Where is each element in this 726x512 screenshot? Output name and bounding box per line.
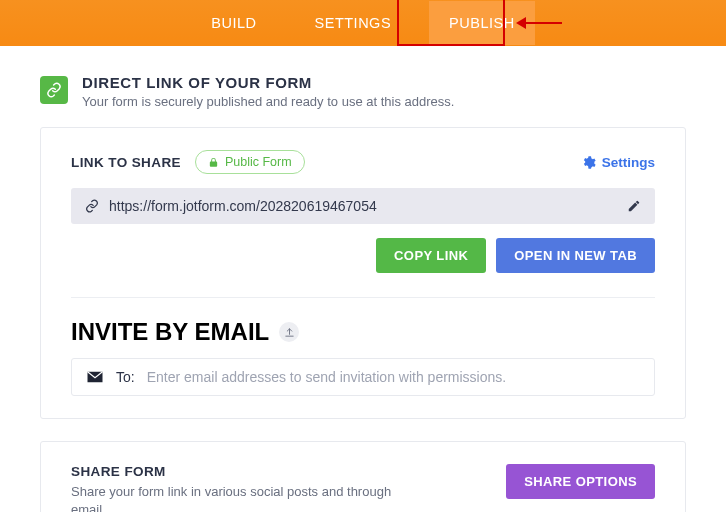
settings-link[interactable]: Settings [581,155,655,170]
top-nav: BUILD SETTINGS PUBLISH [0,0,726,46]
mail-icon [86,370,104,384]
upload-icon[interactable] [279,322,299,342]
link-to-share-heading: LINK TO SHARE [71,155,181,170]
link-small-icon [85,199,99,213]
share-card: SHARE FORM Share your form link in vario… [40,441,686,512]
edit-url-button[interactable] [627,199,641,213]
tab-settings[interactable]: SETTINGS [295,1,412,45]
lock-icon [208,157,219,168]
url-bar: https://form.jotform.com/202820619467054 [71,188,655,224]
share-heading: SHARE FORM [71,464,411,479]
page-header: DIRECT LINK OF YOUR FORM Your form is se… [40,74,686,109]
share-options-button[interactable]: SHARE OPTIONS [506,464,655,499]
annotation-arrow [518,22,562,24]
settings-label: Settings [602,155,655,170]
link-card: LINK TO SHARE Public Form Settings [40,127,686,419]
tab-build[interactable]: BUILD [191,1,276,45]
open-new-tab-button[interactable]: OPEN IN NEW TAB [496,238,655,273]
to-label: To: [116,369,135,385]
divider [71,297,655,298]
invite-heading: INVITE BY EMAIL [71,318,269,346]
share-subtitle: Share your form link in various social p… [71,483,411,512]
public-form-label: Public Form [225,155,292,169]
page-subtitle: Your form is securely published and read… [82,94,454,109]
invite-email-input[interactable] [147,369,640,385]
copy-link-button[interactable]: COPY LINK [376,238,486,273]
form-url: https://form.jotform.com/202820619467054 [109,198,617,214]
gear-icon [581,155,596,170]
link-icon [40,76,68,104]
public-form-pill[interactable]: Public Form [195,150,305,174]
page-title: DIRECT LINK OF YOUR FORM [82,74,454,91]
invite-box: To: [71,358,655,396]
